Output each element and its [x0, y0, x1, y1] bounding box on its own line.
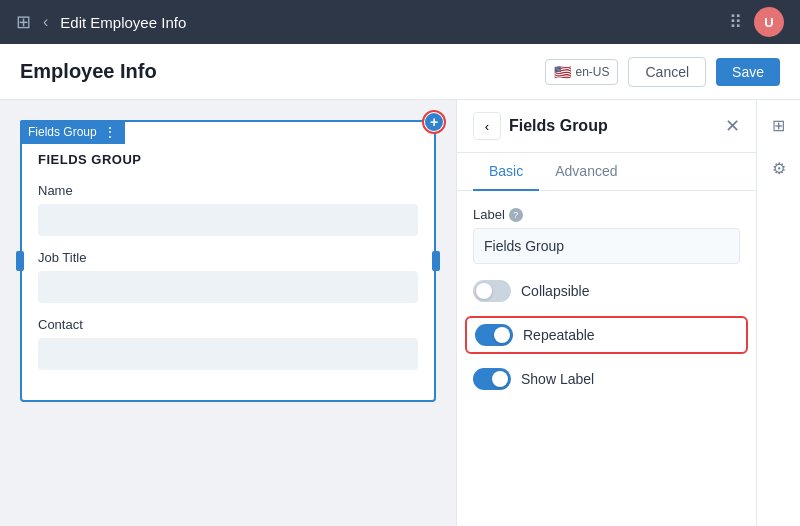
- canvas-area: Fields Group ⋮ + FIELDS GROUP Name Job T…: [0, 100, 456, 526]
- page-title: Employee Info: [20, 60, 157, 83]
- page-header: Employee Info 🇺🇸 en-US Cancel Save: [0, 44, 800, 100]
- collapsible-toggle[interactable]: [473, 280, 511, 302]
- repeatable-toggle-knob: [494, 327, 510, 343]
- fields-group-canvas: Fields Group ⋮ + FIELDS GROUP Name Job T…: [20, 120, 436, 402]
- field-jobtitle-label: Job Title: [38, 250, 418, 265]
- label-input[interactable]: [473, 228, 740, 264]
- sidebar-grid-icon[interactable]: ⊞: [768, 112, 789, 139]
- top-bar-right: ⠿ U: [729, 7, 784, 37]
- grid-icon[interactable]: ⠿: [729, 11, 742, 33]
- info-icon: ?: [509, 208, 523, 222]
- avatar[interactable]: U: [754, 7, 784, 37]
- field-contact-label: Contact: [38, 317, 418, 332]
- cancel-button[interactable]: Cancel: [628, 57, 706, 87]
- save-button[interactable]: Save: [716, 58, 780, 86]
- fields-group-dots-icon[interactable]: ⋮: [103, 124, 117, 140]
- showlabel-toggle-knob: [492, 371, 508, 387]
- page-header-actions: 🇺🇸 en-US Cancel Save: [545, 57, 780, 87]
- collapsible-toggle-row: Collapsible: [473, 280, 740, 302]
- resize-right-handle[interactable]: [432, 251, 440, 271]
- add-icon: +: [425, 113, 443, 131]
- fields-group-header-label: Fields Group: [28, 125, 97, 139]
- main-content: Fields Group ⋮ + FIELDS GROUP Name Job T…: [0, 100, 800, 526]
- right-panel: ‹ Fields Group ✕ Basic Advanced Label ?: [456, 100, 756, 526]
- field-name: Name: [38, 183, 418, 236]
- flag-icon: 🇺🇸: [554, 64, 571, 80]
- field-contact: Contact: [38, 317, 418, 370]
- tab-basic[interactable]: Basic: [473, 153, 539, 191]
- repeatable-toggle[interactable]: [475, 324, 513, 346]
- repeatable-toggle-row: Repeatable: [465, 316, 748, 354]
- field-name-input[interactable]: [38, 204, 418, 236]
- repeatable-label: Repeatable: [523, 327, 595, 343]
- panel-close-button[interactable]: ✕: [725, 115, 740, 137]
- resize-left-handle[interactable]: [16, 251, 24, 271]
- fields-group-body: FIELDS GROUP Name Job Title Contact: [22, 122, 434, 400]
- panel-back-icon: ‹: [485, 119, 489, 134]
- panel-body: Label ? Collapsible Repeatable: [457, 191, 756, 526]
- showlabel-label: Show Label: [521, 371, 594, 387]
- field-contact-input[interactable]: [38, 338, 418, 370]
- label-field: Label ?: [473, 207, 740, 264]
- collapsible-toggle-knob: [476, 283, 492, 299]
- panel-title: Fields Group: [509, 117, 717, 135]
- section-title: FIELDS GROUP: [38, 152, 418, 167]
- collapsible-label: Collapsible: [521, 283, 589, 299]
- showlabel-toggle[interactable]: [473, 368, 511, 390]
- fields-group-header: Fields Group ⋮: [20, 120, 125, 144]
- top-bar-title: Edit Employee Info: [60, 14, 186, 31]
- back-icon[interactable]: ‹: [43, 13, 48, 31]
- lang-label: en-US: [575, 65, 609, 79]
- menu-icon[interactable]: ⊞: [16, 11, 31, 33]
- field-jobtitle: Job Title: [38, 250, 418, 303]
- field-jobtitle-input[interactable]: [38, 271, 418, 303]
- language-button[interactable]: 🇺🇸 en-US: [545, 59, 618, 85]
- panel-tabs: Basic Advanced: [457, 153, 756, 191]
- panel-back-button[interactable]: ‹: [473, 112, 501, 140]
- right-panel-header: ‹ Fields Group ✕: [457, 100, 756, 153]
- right-sidebar: ⊞ ⚙: [756, 100, 800, 526]
- top-bar-left: ⊞ ‹ Edit Employee Info: [16, 11, 186, 33]
- tab-advanced[interactable]: Advanced: [539, 153, 633, 191]
- showlabel-toggle-row: Show Label: [473, 368, 740, 390]
- top-bar: ⊞ ‹ Edit Employee Info ⠿ U: [0, 0, 800, 44]
- label-field-label: Label ?: [473, 207, 740, 222]
- sidebar-settings-icon[interactable]: ⚙: [768, 155, 790, 182]
- add-field-button[interactable]: +: [422, 110, 446, 134]
- field-name-label: Name: [38, 183, 418, 198]
